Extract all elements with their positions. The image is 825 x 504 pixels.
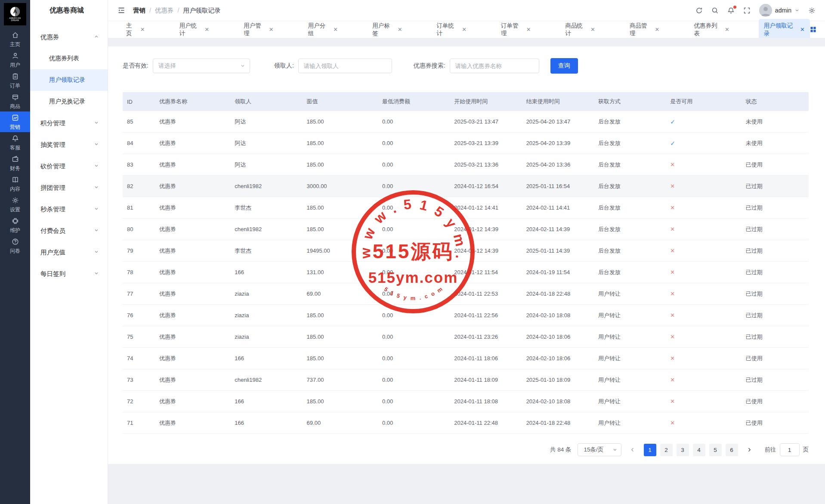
- rail-item-label: 问卷: [10, 248, 20, 254]
- rail-item-user[interactable]: 用户: [0, 49, 30, 70]
- close-icon[interactable]: ✕: [590, 27, 595, 32]
- user-menu[interactable]: admin: [759, 4, 800, 17]
- page-button-2[interactable]: 2: [660, 444, 673, 456]
- menu-group-bargain[interactable]: 砍价管理: [30, 155, 108, 177]
- table-row[interactable]: 82优惠券chenli19823000.000.002024-01-12 16:…: [123, 176, 809, 197]
- close-icon[interactable]: ✕: [800, 27, 805, 32]
- tab-user-tag[interactable]: 用户标签✕: [367, 19, 407, 40]
- coupon-search-input[interactable]: [450, 59, 539, 73]
- close-icon[interactable]: ✕: [462, 27, 467, 32]
- menu-group-recharge[interactable]: 用户充值: [30, 241, 108, 263]
- tab-goods-manage[interactable]: 商品管理✕: [624, 19, 664, 40]
- cell-end-time: 2024-01-19 11:54: [522, 269, 594, 275]
- rail-item-order[interactable]: 订单: [0, 70, 30, 91]
- menu-group-paidmember[interactable]: 付费会员: [30, 220, 108, 241]
- rail-item-home[interactable]: 主页: [0, 29, 30, 49]
- menu-group-seckill[interactable]: 秒杀管理: [30, 198, 108, 220]
- menu-group-checkin[interactable]: 每日签到: [30, 263, 108, 284]
- menu-group-lottery[interactable]: 抽奖管理: [30, 134, 108, 155]
- tab-coupon-list[interactable]: 优惠券列表✕: [689, 19, 734, 40]
- cell-start-time: 2024-01-11 18:06: [450, 355, 522, 362]
- table-row[interactable]: 80优惠券chenli1982185.000.002024-01-12 14:3…: [123, 219, 809, 240]
- rail-item-finance[interactable]: 财务: [0, 153, 30, 173]
- table-row[interactable]: 75优惠券ziazia185.000.002024-01-11 23:26202…: [123, 326, 809, 348]
- close-icon[interactable]: ✕: [655, 27, 660, 32]
- table-row[interactable]: 83优惠券阿达185.000.002025-03-21 13:362025-04…: [123, 154, 809, 176]
- close-icon[interactable]: ✕: [204, 27, 209, 32]
- table-row[interactable]: 79优惠券李世杰19495.000.002024-01-12 14:392025…: [123, 240, 809, 262]
- rail-item-marketing[interactable]: 营销: [0, 111, 30, 132]
- cell-start-time: 2024-01-12 14:39: [450, 226, 522, 232]
- search-button[interactable]: 查询: [550, 58, 578, 74]
- app-logo[interactable]: A AMERICANDREAM: [4, 3, 26, 25]
- table-row[interactable]: 85优惠券阿达185.000.002025-03-21 13:472025-04…: [123, 111, 809, 133]
- cell-value: 131.00: [303, 269, 378, 275]
- close-icon[interactable]: ✕: [398, 27, 402, 32]
- goto-page-input[interactable]: [780, 443, 800, 456]
- cell-status: 已使用: [742, 419, 809, 427]
- rail-item-maintain[interactable]: 维护: [0, 215, 30, 235]
- close-icon[interactable]: ✕: [333, 27, 338, 32]
- close-icon[interactable]: ✕: [526, 27, 531, 32]
- next-page-button[interactable]: [744, 444, 754, 456]
- notification-bell-icon[interactable]: [727, 7, 735, 14]
- gear-icon[interactable]: [808, 7, 816, 14]
- page-button-1[interactable]: 1: [644, 444, 656, 456]
- rail-item-goods[interactable]: 商品: [0, 91, 30, 111]
- page-button-3[interactable]: 3: [677, 444, 689, 456]
- cell-method: 用户转让: [594, 419, 666, 427]
- tab-home[interactable]: 主页✕: [121, 19, 150, 40]
- table-row[interactable]: 71优惠券16669.000.002024-01-11 22:482024-01…: [123, 412, 809, 434]
- table-row[interactable]: 84优惠券阿达185.000.002025-03-21 13:392025-04…: [123, 133, 809, 154]
- cell-name: 优惠券: [155, 355, 230, 362]
- table-row[interactable]: 72优惠券166185.000.002024-01-11 18:082024-0…: [123, 391, 809, 412]
- valid-filter-select[interactable]: 请选择: [153, 59, 250, 73]
- table-row[interactable]: 77优惠券ziazia69.000.002024-01-11 22:532024…: [123, 283, 809, 305]
- tab-coupon-claim[interactable]: 用户领取记录✕: [759, 19, 810, 40]
- menu-group-groupbuy[interactable]: 拼团管理: [30, 177, 108, 198]
- cell-receiver: 166: [230, 420, 302, 426]
- tab-options-grid-icon[interactable]: [810, 26, 816, 33]
- table-row[interactable]: 73优惠券chenli1982737.000.002024-01-11 18:0…: [123, 369, 809, 391]
- table-row[interactable]: 76优惠券ziazia185.000.002024-01-11 22:56202…: [123, 305, 809, 326]
- tab-user-stats[interactable]: 用户统计✕: [174, 19, 214, 40]
- cell-status: 已过期: [742, 269, 809, 276]
- table-row[interactable]: 78优惠券166131.000.002024-01-12 11:542024-0…: [123, 262, 809, 283]
- tab-goods-stats[interactable]: 商品统计✕: [560, 19, 600, 40]
- rail-item-survey[interactable]: 问卷: [0, 235, 30, 256]
- table-row[interactable]: 81优惠券李世杰185.000.002024-01-12 14:412024-0…: [123, 197, 809, 219]
- refresh-icon[interactable]: [695, 7, 703, 14]
- search-icon[interactable]: [711, 7, 719, 14]
- page-button-6[interactable]: 6: [726, 444, 738, 456]
- tab-order-manage[interactable]: 订单管理✕: [496, 19, 536, 40]
- table-row[interactable]: 74优惠券166185.000.002024-01-11 18:062024-0…: [123, 348, 809, 369]
- page-size-select[interactable]: 15条/页: [578, 443, 621, 456]
- page-button-5[interactable]: 5: [709, 444, 722, 456]
- breadcrumb-coupon[interactable]: 优惠券: [155, 6, 174, 15]
- page-button-4[interactable]: 4: [693, 444, 705, 456]
- tab-order-stats[interactable]: 订单统计✕: [432, 19, 472, 40]
- menu-group-points[interactable]: 积分管理: [30, 112, 108, 134]
- prev-page-button[interactable]: [627, 444, 638, 456]
- menu-group-coupon[interactable]: 优惠券: [30, 26, 108, 48]
- tab-user-group[interactable]: 用户分组✕: [303, 19, 343, 40]
- rail-item-content[interactable]: 内容: [0, 173, 30, 194]
- cell-value: 185.00: [303, 312, 378, 318]
- rail-item-settings[interactable]: 设置: [0, 194, 30, 215]
- menu-item-coupon-redeem[interactable]: 用户兑换记录: [30, 91, 108, 112]
- page-size-value: 15条/页: [584, 446, 604, 454]
- close-icon[interactable]: ✕: [269, 27, 274, 32]
- usable-check-icon: ✓: [666, 140, 741, 147]
- menu-item-coupon-list[interactable]: 优惠券列表: [30, 48, 108, 69]
- menu-item-coupon-claim[interactable]: 用户领取记录: [30, 69, 108, 91]
- rail-item-service[interactable]: 客服: [0, 132, 30, 153]
- close-icon[interactable]: ✕: [140, 27, 145, 32]
- breadcrumb-marketing[interactable]: 营销: [133, 6, 145, 15]
- cell-status: 已使用: [742, 398, 809, 405]
- collapse-menu-icon[interactable]: [117, 6, 125, 14]
- column-header-6: 结束使用时间: [522, 98, 594, 105]
- close-icon[interactable]: ✕: [725, 27, 729, 32]
- receiver-filter-input[interactable]: [298, 59, 392, 73]
- tab-user-manage[interactable]: 用户管理✕: [238, 19, 278, 40]
- fullscreen-icon[interactable]: [743, 7, 751, 14]
